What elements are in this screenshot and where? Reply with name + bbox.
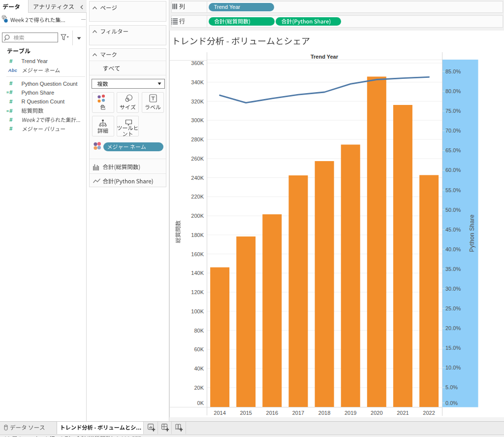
svg-text:60.0%: 60.0% [445,167,461,173]
svg-text:2017: 2017 [292,410,304,416]
svg-text:5.0%: 5.0% [445,384,458,390]
svg-text:0K: 0K [197,400,204,406]
svg-text:65.0%: 65.0% [445,147,461,153]
svg-text:2014: 2014 [214,410,225,416]
svg-text:260K: 260K [191,156,204,162]
svg-text:85.0%: 85.0% [445,68,461,74]
svg-text:120K: 120K [191,289,204,295]
svg-text:30.0%: 30.0% [445,286,461,292]
svg-text:Python Share: Python Share [469,214,475,252]
svg-text:80K: 80K [194,328,204,334]
svg-text:55.0%: 55.0% [445,187,461,193]
svg-text:2021: 2021 [397,410,409,416]
svg-text:35.0%: 35.0% [445,266,461,272]
svg-text:0.0%: 0.0% [445,400,458,406]
svg-text:2019: 2019 [345,410,356,416]
svg-text:2016: 2016 [266,410,278,416]
svg-text:240K: 240K [191,175,204,181]
svg-text:20.0%: 20.0% [445,325,461,331]
svg-text:25.0%: 25.0% [445,305,461,311]
svg-text:20K: 20K [194,385,204,391]
svg-text:340K: 340K [191,79,204,85]
svg-text:2015: 2015 [240,410,252,416]
svg-text:160K: 160K [191,251,204,257]
svg-text:220K: 220K [191,194,204,200]
svg-text:180K: 180K [191,232,204,238]
svg-text:280K: 280K [191,136,204,142]
svg-text:320K: 320K [191,99,204,104]
svg-text:300K: 300K [191,117,204,123]
svg-text:15.0%: 15.0% [445,345,461,351]
svg-text:40K: 40K [194,366,204,371]
svg-text:75.0%: 75.0% [445,108,461,114]
svg-text:2022: 2022 [423,410,435,416]
svg-text:80.0%: 80.0% [445,88,461,94]
svg-text:40.0%: 40.0% [445,246,461,252]
svg-text:70.0%: 70.0% [445,128,461,134]
svg-text:2020: 2020 [371,410,382,416]
svg-text:100K: 100K [191,308,204,314]
svg-text:140K: 140K [191,270,204,276]
svg-text:50.0%: 50.0% [445,207,461,213]
svg-text:2018: 2018 [318,410,330,416]
svg-text:360K: 360K [191,60,204,66]
svg-text:45.0%: 45.0% [445,227,461,233]
svg-text:60K: 60K [194,346,204,352]
svg-text:10.0%: 10.0% [445,365,461,370]
svg-text:200K: 200K [191,213,204,219]
svg-text:Trend Year: Trend Year [311,54,339,60]
